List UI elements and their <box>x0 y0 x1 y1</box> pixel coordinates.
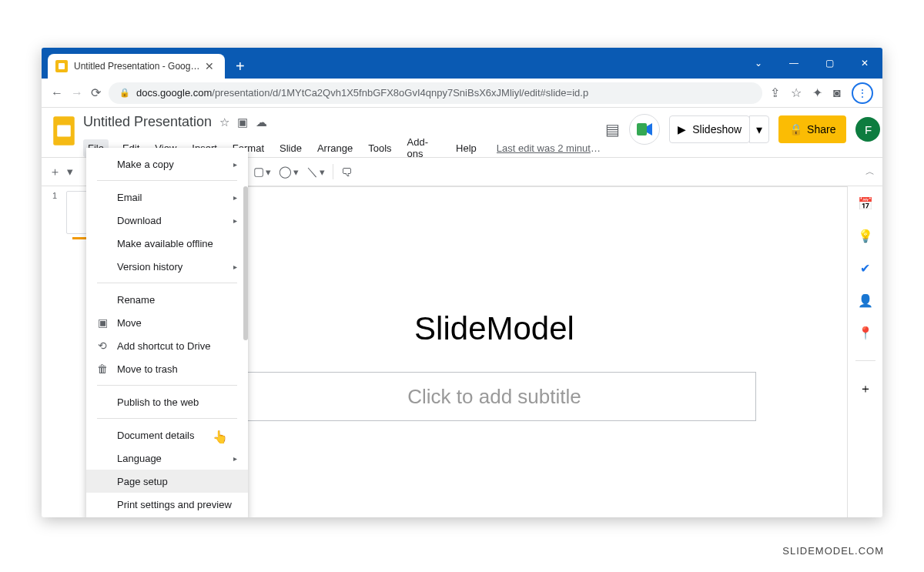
lock-icon: 🔒 <box>119 88 130 98</box>
folder-move-icon: ▣ <box>95 316 109 329</box>
window-controls: ⌄ — ▢ ✕ <box>741 48 882 79</box>
browser-window: Untitled Presentation - Google S ✕ + ⌄ —… <box>42 48 882 517</box>
footer-brand: SLIDEMODEL.COM <box>782 545 884 557</box>
extensions-icon[interactable]: ✦ <box>812 85 822 100</box>
new-tab-button[interactable]: + <box>225 54 256 79</box>
side-panel: 📅 💡 ✔ 👤 📍 ＋ <box>847 186 882 517</box>
comment-button[interactable]: 🗨 <box>341 166 353 179</box>
tab-title: Untitled Presentation - Google S <box>74 61 202 72</box>
window-maximize-button[interactable]: ▢ <box>812 48 847 79</box>
maps-icon[interactable]: 📍 <box>858 325 873 340</box>
menu-slide[interactable]: Slide <box>278 139 303 157</box>
image-button[interactable]: ▢ ▾ <box>253 165 271 179</box>
app-header: Untitled Presentation ☆ ▣ ☁ File Edit Vi… <box>42 108 882 152</box>
separator <box>333 164 333 179</box>
move-folder-icon[interactable]: ▣ <box>237 115 248 129</box>
window-chevron-icon[interactable]: ⌄ <box>741 48 776 79</box>
profile-icon[interactable]: ◙ <box>833 86 841 100</box>
browser-menu-button[interactable]: ⋮ <box>852 82 873 104</box>
file-move[interactable]: ▣Move <box>86 311 248 334</box>
file-offline[interactable]: Make available offline <box>86 232 248 255</box>
address-bar: ← → ⟳ 🔒 docs.google.com/presentation/d/1… <box>42 79 882 108</box>
url-text: docs.google.com/presentation/d/1MYtCa2Qv… <box>136 87 588 99</box>
dropdown-scrollbar[interactable] <box>243 186 248 340</box>
file-publish[interactable]: Publish to the web <box>86 390 248 413</box>
browser-tab[interactable]: Untitled Presentation - Google S ✕ <box>48 54 225 79</box>
star-icon[interactable]: ☆ <box>219 115 229 129</box>
file-make-copy[interactable]: Make a copy▸ <box>86 152 248 176</box>
add-addon-icon[interactable]: ＋ <box>858 381 873 396</box>
nav-forward-icon[interactable]: → <box>71 86 83 100</box>
svg-rect-1 <box>57 125 71 137</box>
titlebar: Untitled Presentation - Google S ✕ + ⌄ —… <box>42 48 882 79</box>
svg-rect-2 <box>637 123 647 135</box>
nav-back-icon[interactable]: ← <box>51 86 63 100</box>
url-box[interactable]: 🔒 docs.google.com/presentation/d/1MYtCa2… <box>109 82 762 104</box>
last-edit-info[interactable]: Last edit was 2 minutes a... <box>497 142 606 154</box>
collapse-toolbar-icon[interactable]: ︿ <box>865 166 875 179</box>
slide-canvas[interactable]: SlideModel Click to add subtitle <box>221 202 768 517</box>
svg-marker-3 <box>647 123 652 135</box>
bookmark-star-icon[interactable]: ☆ <box>791 85 802 100</box>
slide-subtitle-box[interactable]: Click to add subtitle <box>233 372 756 421</box>
tab-close-icon[interactable]: ✕ <box>202 60 217 72</box>
file-add-shortcut[interactable]: ⟲Add shortcut to Drive <box>86 334 248 357</box>
window-close-button[interactable]: ✕ <box>847 48 882 79</box>
slides-favicon-icon <box>55 60 68 72</box>
slideshow-label: Slideshow <box>692 123 742 135</box>
share-label: Share <box>807 123 835 135</box>
comments-icon[interactable]: ▤ <box>605 120 620 139</box>
share-button[interactable]: 🔒 Share <box>778 115 846 143</box>
file-details[interactable]: Document details <box>86 423 248 447</box>
tasks-icon[interactable]: ✔ <box>858 260 873 276</box>
meet-button[interactable] <box>629 114 660 145</box>
slides-logo-icon[interactable] <box>52 114 75 148</box>
menu-arrange[interactable]: Arrange <box>316 139 354 157</box>
line-button[interactable]: ＼ ▾ <box>306 165 325 179</box>
cloud-status-icon[interactable]: ☁ <box>256 115 267 129</box>
nav-reload-icon[interactable]: ⟳ <box>91 85 101 100</box>
lock-icon: 🔒 <box>789 123 802 135</box>
menu-help[interactable]: Help <box>454 139 478 157</box>
present-icon: ▶ <box>678 123 686 135</box>
slide-title-box[interactable]: SlideModel <box>233 310 756 347</box>
keep-icon[interactable]: 💡 <box>858 228 873 243</box>
separator <box>855 360 875 361</box>
doc-title[interactable]: Untitled Presentation <box>83 114 212 130</box>
file-menu-dropdown: Make a copy▸ Email▸ Download▸ Make avail… <box>86 148 248 517</box>
file-language[interactable]: Language▸ <box>86 447 248 470</box>
file-page-setup[interactable]: Page setup <box>86 470 248 493</box>
file-print-settings[interactable]: Print settings and preview <box>86 493 248 516</box>
file-rename[interactable]: Rename <box>86 288 248 311</box>
contacts-icon[interactable]: 👤 <box>858 293 873 308</box>
window-minimize-button[interactable]: — <box>776 48 812 79</box>
shape-button[interactable]: ◯ ▾ <box>279 165 299 179</box>
trash-icon: 🗑 <box>95 363 109 375</box>
file-email[interactable]: Email▸ <box>86 186 248 209</box>
calendar-icon[interactable]: 📅 <box>858 196 873 211</box>
file-trash[interactable]: 🗑Move to trash <box>86 357 248 380</box>
slideshow-caret-button[interactable]: ▾ <box>749 115 769 143</box>
share-url-icon[interactable]: ⇪ <box>770 85 780 100</box>
slideshow-button[interactable]: ▶ Slideshow <box>669 115 750 143</box>
file-version-history[interactable]: Version history▸ <box>86 255 248 278</box>
menu-tools[interactable]: Tools <box>367 139 393 157</box>
new-slide-button[interactable]: ＋ <box>49 165 61 179</box>
slide-number: 1 <box>52 191 57 200</box>
new-slide-caret[interactable]: ▾ <box>67 165 73 179</box>
file-download[interactable]: Download▸ <box>86 209 248 232</box>
account-avatar[interactable]: F <box>855 117 880 142</box>
drive-shortcut-icon: ⟲ <box>95 340 109 352</box>
